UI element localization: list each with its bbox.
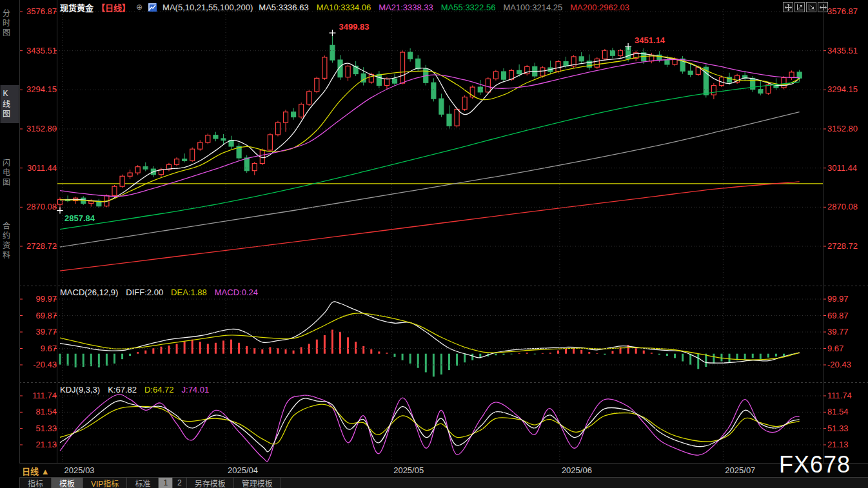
ma-value: MA55:3322.56 [441,3,496,12]
macd-axis-label-right: 99.97 [827,294,849,304]
macd-axis-label-right: 9.67 [827,344,843,354]
kdj-values: K:67.82D:64.72J:74.01 [108,385,209,395]
price-axis-label-left: 2870.08 [23,202,57,212]
bottom-tab-另存模板[interactable]: 另存模板 [187,478,234,488]
axis-expand-icon[interactable] [818,2,828,12]
kdj-header: KDJ(9,3,3) K:67.82D:64.72J:74.01 [60,385,209,395]
axis-scale-up-icon[interactable] [794,2,805,12]
bottom-tab-1[interactable]: 1 [159,478,173,488]
kdj-axis-label-left: 51.33 [23,424,57,434]
kdj-value: J:74.01 [182,385,210,395]
dropdown-arrow-icon: ▲ [41,467,50,476]
time-axis-row: 日线 ▲ 2025/032025/042025/052025/062025/07 [0,464,868,477]
macd-value: MACD:0.24 [215,288,258,297]
chart-canvas[interactable] [0,0,868,488]
price-axis-label-right: 3011.44 [827,163,857,173]
month-label: 2025/05 [393,465,424,475]
chart-header: 现货黄金【日线】 ⊕ MA(5,10,21,55,100,200) MA5:33… [60,2,629,12]
macd-header: MACD(26,12,9) DIFF:2.00DEA:1.88MACD:0.24 [60,288,258,297]
macd-value: DEA:1.88 [171,288,207,297]
kdj-axis-label-right: 51.33 [827,424,849,434]
price-axis-label-right: 2870.08 [827,202,858,212]
macd-axis-label-right: 39.77 [827,327,849,337]
month-label: 2025/04 [228,465,258,475]
macd-axis-label-left: 99.97 [23,294,57,304]
price-annotation: 3499.83 [339,22,369,32]
kdj-value: K:67.82 [108,385,137,395]
fx678-watermark: FX678 [779,451,851,478]
sidebar-item-3[interactable]: 闪电图 [1,155,19,191]
kdj-axis-label-right: 21.13 [827,440,849,450]
macd-axis-label-left: 39.77 [23,327,57,337]
price-axis-label-right: 2728.72 [827,241,858,251]
sidebar-item-4[interactable]: 合约资料 [1,218,19,264]
axis-scale-down-icon[interactable] [806,2,816,12]
month-label: 2025/07 [725,465,755,475]
sidebar-item-2[interactable]: K线图 [1,85,19,123]
kdj-axis-label-left: 21.13 [23,440,57,450]
kdj-value: D:64.72 [144,385,174,395]
kdj-title[interactable]: KDJ(9,3,3) [60,385,100,395]
bottom-tab-2[interactable]: 2 [173,478,187,488]
bottom-tab-bar: 指标模板VIP指标标准12另存模板管理模板 [19,478,868,488]
price-axis-label-left: 3294.15 [23,84,57,95]
ma-value: MA21:3338.33 [379,3,433,12]
price-axis-label-right: 3294.15 [827,84,858,95]
left-sidebar: 分时图K线图闪电图合约资料 [0,0,19,488]
macd-value: DIFF:2.00 [126,288,163,297]
price-axis-label-right: 3435.51 [827,46,858,56]
month-label: 2025/03 [64,465,95,475]
sidebar-item-1[interactable]: 分时图 [1,5,19,42]
ma-value: MA200:2962.03 [570,3,629,12]
price-axis-label-right: 3152.80 [827,124,858,134]
period-dropdown-button[interactable]: 日线 ▲ [22,465,50,477]
symbol-name: 现货黄金 [60,1,94,14]
price-axis-label-right: 3576.87 [827,6,858,17]
ma-value: MA5:3336.63 [259,3,308,12]
ma-values: MA5:3336.63MA10:3334.06MA21:3338.33MA55:… [259,3,629,12]
chart-style-icon[interactable] [148,3,157,12]
period-label: 【日线】 [97,1,130,14]
pan-icon[interactable] [783,2,793,12]
price-axis-label-left: 3011.44 [23,163,57,173]
macd-axis-label-right: 69.87 [827,311,849,321]
macd-axis-label-right: -20.43 [827,360,851,370]
bottom-tab-VIP指标[interactable]: VIP指标 [83,478,127,488]
ma-value: MA10:3334.06 [317,3,371,12]
compare-add-icon[interactable]: ⊕ [136,3,143,12]
price-annotation: 2857.84 [64,213,95,223]
chart-toolbar [783,2,828,12]
month-label: 2025/06 [562,465,592,475]
price-annotation: 3451.14 [635,35,665,45]
macd-values: DIFF:2.00DEA:1.88MACD:0.24 [126,288,258,297]
macd-axis-label-left: 69.87 [23,311,57,321]
ma-value: MA100:3214.25 [503,3,562,12]
kdj-axis-label-left: 81.54 [23,407,57,417]
price-axis-label-left: 3435.51 [23,46,57,56]
price-axis-label-left: 3576.87 [23,6,57,17]
macd-axis-label-left: -20.43 [23,360,57,370]
bottom-tab-模板[interactable]: 模板 [52,478,83,488]
kdj-axis-label-right: 81.54 [827,407,849,417]
bottom-tab-指标[interactable]: 指标 [19,478,52,488]
ma-settings[interactable]: MA(5,10,21,55,100,200) [163,3,253,12]
bottom-tab-标准[interactable]: 标准 [127,478,159,488]
bottom-tab-管理模板[interactable]: 管理模板 [234,478,281,488]
kdj-axis-label-right: 111.74 [827,391,852,401]
macd-axis-label-left: 9.67 [23,344,57,354]
macd-title[interactable]: MACD(26,12,9) [60,288,118,297]
price-axis-label-left: 2728.72 [23,241,57,251]
price-axis-label-left: 3152.80 [23,124,57,134]
kdj-axis-label-left: 111.74 [23,391,57,401]
corner-spacer [0,464,19,488]
